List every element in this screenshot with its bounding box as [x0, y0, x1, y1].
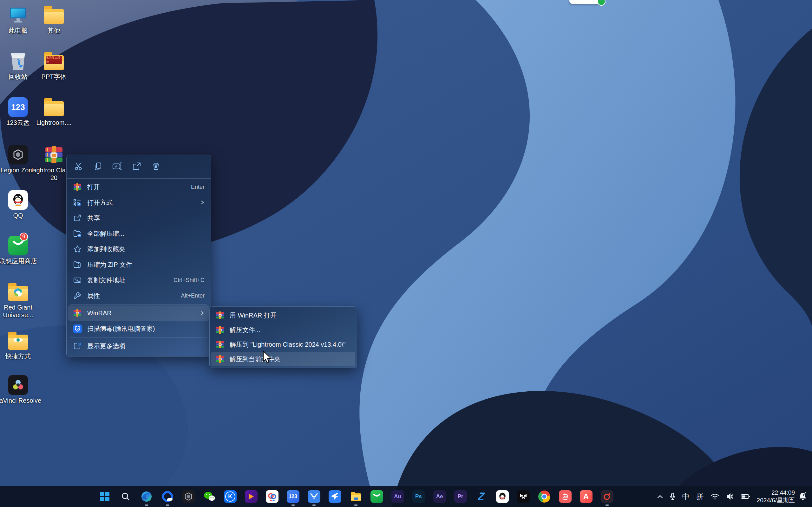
folder-icon — [8, 330, 29, 351]
taskbar-wechat[interactable] — [202, 490, 216, 503]
winrar-icon — [216, 340, 224, 349]
taskbar-lenovo-store[interactable] — [370, 490, 384, 503]
submenu-item-extract-to-folder[interactable]: 解压到 "Lightroom Classic 2024 v13.4.0\" — [211, 337, 355, 352]
taskbar-capcut[interactable] — [516, 490, 530, 503]
taskbar-ox-app[interactable] — [307, 490, 321, 503]
ime-language-indicator[interactable]: 中 — [679, 490, 693, 504]
menu-item-extract-all[interactable]: 全部解压缩... — [68, 226, 209, 241]
media-player-icon — [245, 490, 258, 503]
ime-pinyin-indicator[interactable]: 拼 — [693, 490, 707, 504]
context-menu: A 打开 Enter 打开方式 共享 全部解压缩... 添加到收藏夹 压缩为 Z… — [66, 155, 211, 357]
123-cloud-icon: 123 — [8, 97, 29, 118]
peeking-window-strip[interactable] — [569, 0, 602, 4]
pc-manager-icon — [266, 490, 278, 503]
taskbar-edge[interactable] — [140, 490, 153, 503]
winrar-icon — [216, 326, 224, 334]
context-menu-toolbar: A — [67, 155, 211, 178]
notification-bell-icon[interactable]: zz — [798, 491, 808, 502]
taskbar-premiere[interactable]: Pr — [454, 490, 467, 503]
taskbar-qq[interactable] — [496, 490, 509, 503]
microphone-icon[interactable] — [666, 490, 679, 504]
menu-item-add-favorites[interactable]: 添加到收藏夹 — [68, 241, 209, 257]
taskbar-xunlei[interactable] — [328, 490, 342, 503]
taskbar-k-app[interactable]: K — [223, 490, 237, 503]
share-icon — [73, 214, 82, 222]
winrar-icon — [73, 308, 82, 318]
menu-item-label: 打开 — [87, 183, 100, 191]
folder-icon — [8, 281, 29, 302]
taskbar-pc-manager[interactable] — [265, 490, 279, 503]
open-with-icon — [73, 198, 82, 207]
tray-time: 22:44:09 — [757, 489, 795, 497]
extract-all-icon — [73, 229, 82, 238]
menu-item-compress-zip[interactable]: 压缩为 ZIP 文件 — [68, 257, 209, 272]
123-cloud-icon: 123 — [287, 490, 299, 503]
desktop-icon-davinci-resolve[interactable]: DaVinci Resolve — [0, 375, 42, 405]
menu-item-share[interactable]: 共享 — [68, 210, 209, 226]
menu-separator — [67, 178, 211, 179]
taskbar-after-effects[interactable]: Ae — [433, 490, 446, 503]
menu-separator — [70, 337, 207, 337]
taskbar-a-app[interactable]: A — [579, 490, 593, 503]
desktop-icon-shortcuts[interactable]: 快捷方式 — [0, 330, 42, 360]
menu-item-show-more[interactable]: 显示更多选项 — [68, 338, 209, 354]
desktop-icon-lenovo-store[interactable]: 9 联想应用商店 — [0, 235, 42, 265]
running-indicator — [145, 504, 148, 506]
taskbar-robot-app[interactable] — [558, 490, 572, 503]
desktop-icon-red-giant[interactable]: Red Giant Universe... — [0, 281, 42, 319]
taskbar-chrome[interactable] — [537, 490, 551, 503]
taskbar-z-app[interactable]: Z — [474, 490, 488, 503]
qq-icon — [8, 189, 29, 210]
copy-button[interactable] — [93, 161, 103, 171]
running-indicator — [605, 504, 609, 506]
wifi-icon[interactable] — [707, 490, 722, 504]
share-button[interactable] — [132, 161, 142, 171]
menu-item-copy-path[interactable]: 复制文件地址 Ctrl+Shift+C — [68, 273, 209, 288]
tray-chevron-up[interactable] — [654, 490, 666, 504]
menu-item-properties[interactable]: 属性 Alt+Enter — [68, 288, 209, 303]
qq-browser-icon — [161, 491, 173, 503]
winrar-submenu: 用 WinRAR 打开 解压文件... 解压到 "Lightroom Class… — [209, 306, 357, 368]
menu-item-open-with[interactable]: 打开方式 — [68, 195, 209, 210]
desktop-icon-ppt-fonts[interactable]: 党的伟大精神 PPT字体 — [30, 51, 78, 81]
lenovo-store-icon — [370, 490, 383, 503]
taskbar-legion-zone[interactable] — [182, 490, 195, 503]
menu-item-winrar[interactable]: WinRAR — [68, 305, 209, 321]
delete-button[interactable] — [151, 161, 161, 171]
taskbar-apps: K 123 Au Ps Ae Pr Z A — [98, 490, 614, 503]
taskbar-audition[interactable]: Au — [391, 490, 404, 503]
audition-icon: Au — [392, 490, 404, 503]
chevron-right-icon — [200, 200, 205, 205]
qq-icon — [496, 490, 509, 503]
taskbar-media-player[interactable] — [244, 490, 258, 503]
taskbar-file-explorer[interactable] — [349, 490, 362, 503]
chevron-right-icon — [200, 311, 205, 315]
taskbar-start-button[interactable] — [98, 490, 111, 503]
lenovo-store-icon: 9 — [8, 235, 29, 256]
taskbar-qq-browser[interactable] — [160, 490, 174, 503]
taskbar-screen-recorder[interactable] — [600, 490, 614, 503]
menu-item-open[interactable]: 打开 Enter — [68, 179, 209, 194]
system-tray: 中 拼 22:44:09 2024/6/星期五 zz — [654, 486, 812, 507]
volume-icon[interactable] — [722, 490, 737, 504]
cut-button[interactable] — [73, 161, 84, 171]
tray-clock[interactable]: 22:44:09 2024/6/星期五 — [757, 489, 795, 504]
taskbar-search-button[interactable] — [119, 490, 132, 503]
submenu-item-open-with-winrar[interactable]: 用 WinRAR 打开 — [211, 308, 355, 323]
running-indicator — [354, 504, 357, 506]
desktop-icon-other-folder[interactable]: 其他 — [30, 4, 78, 35]
submenu-item-extract-here[interactable]: 解压到当前文件夹 — [211, 352, 355, 366]
submenu-item-extract-files[interactable]: 解压文件... — [211, 323, 355, 337]
windows-start-icon — [99, 491, 110, 502]
desktop-icon-qq[interactable]: QQ — [0, 189, 42, 220]
battery-icon[interactable] — [737, 490, 754, 504]
ox-app-icon — [308, 490, 320, 503]
legion-zone-icon — [182, 490, 195, 503]
recycle-bin-icon — [8, 51, 29, 72]
rename-button[interactable]: A — [112, 161, 122, 171]
taskbar-photoshop[interactable]: Ps — [412, 490, 425, 503]
menu-item-scan-virus[interactable]: 扫描病毒(腾讯电脑管家) — [68, 321, 209, 336]
desktop-icon-lightroom-folder[interactable]: Lightroom.... — [30, 97, 78, 127]
mouse-cursor — [263, 351, 273, 364]
taskbar-123-cloud[interactable]: 123 — [286, 490, 300, 503]
